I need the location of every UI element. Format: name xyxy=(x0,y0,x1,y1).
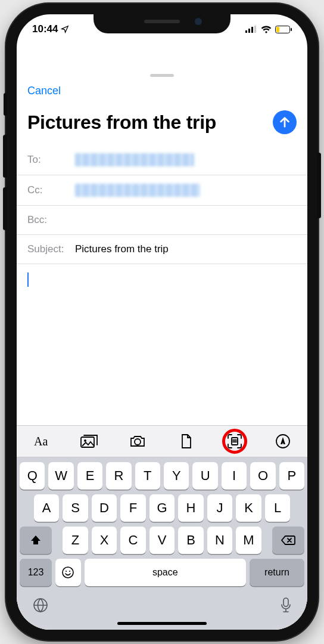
svg-rect-0 xyxy=(245,30,247,33)
to-label: To: xyxy=(27,154,75,166)
key-e[interactable]: E xyxy=(77,462,102,490)
subject-field[interactable]: Subject: xyxy=(17,235,307,264)
status-time: 10:44 xyxy=(32,23,58,35)
device-frame: 10:44 Cancel Pictures from the trip xyxy=(6,4,318,640)
volume-up-button xyxy=(3,135,7,178)
photo-library-button[interactable] xyxy=(65,434,113,448)
key-i[interactable]: I xyxy=(222,462,247,490)
globe-icon[interactable] xyxy=(32,597,49,614)
key-d[interactable]: D xyxy=(92,494,117,522)
svg-point-13 xyxy=(66,571,67,572)
key-q[interactable]: Q xyxy=(20,462,45,490)
key-r[interactable]: R xyxy=(106,462,131,490)
key-j[interactable]: J xyxy=(207,494,233,522)
svg-point-9 xyxy=(135,439,141,445)
sheet-grabber[interactable] xyxy=(150,74,174,77)
svg-point-8 xyxy=(84,439,86,442)
key-o[interactable]: O xyxy=(250,462,275,490)
key-g[interactable]: G xyxy=(149,494,175,522)
shift-icon xyxy=(30,534,42,546)
shift-key[interactable] xyxy=(20,527,52,554)
key-s[interactable]: S xyxy=(63,494,88,522)
cc-field[interactable]: Cc: xyxy=(17,175,307,206)
location-icon xyxy=(61,25,69,33)
mute-switch xyxy=(4,93,7,116)
camera-icon xyxy=(129,435,146,448)
key-p[interactable]: P xyxy=(279,462,304,490)
attach-file-button[interactable] xyxy=(162,434,210,449)
dictation-icon[interactable] xyxy=(280,597,292,614)
cellular-icon xyxy=(245,26,257,33)
camera-button[interactable] xyxy=(114,435,162,448)
key-x[interactable]: X xyxy=(92,527,117,554)
backspace-key[interactable] xyxy=(272,527,304,554)
key-n[interactable]: N xyxy=(207,527,233,554)
keyboard: Aa xyxy=(17,425,307,630)
keyboard-accessory-bar: Aa xyxy=(17,425,307,457)
arrow-up-icon xyxy=(278,116,291,129)
subject-label: Subject: xyxy=(27,243,75,255)
key-l[interactable]: L xyxy=(265,494,291,522)
emoji-key[interactable] xyxy=(55,559,81,586)
document-icon xyxy=(180,434,193,449)
battery-low-icon xyxy=(275,26,292,33)
key-z[interactable]: Z xyxy=(63,527,88,554)
scan-document-icon xyxy=(227,434,242,449)
markup-button[interactable] xyxy=(259,434,307,449)
svg-rect-16 xyxy=(284,598,288,606)
compose-sheet: Cancel Pictures from the trip To: Cc: Bc… xyxy=(17,69,307,630)
to-field[interactable]: To: xyxy=(17,145,307,175)
key-y[interactable]: Y xyxy=(164,462,189,490)
key-h[interactable]: H xyxy=(178,494,204,522)
svg-rect-5 xyxy=(276,27,279,32)
svg-rect-1 xyxy=(248,29,250,33)
device-notch xyxy=(94,14,230,33)
cancel-button[interactable]: Cancel xyxy=(27,85,61,97)
svg-rect-2 xyxy=(251,27,253,33)
wifi-icon xyxy=(261,26,272,33)
svg-point-12 xyxy=(63,567,73,578)
volume-down-button xyxy=(3,187,7,230)
power-button xyxy=(317,153,321,218)
emoji-icon xyxy=(61,566,74,579)
key-f[interactable]: F xyxy=(120,494,146,522)
key-u[interactable]: U xyxy=(192,462,217,490)
svg-rect-10 xyxy=(232,438,238,445)
compose-title: Pictures from the trip xyxy=(27,112,216,134)
numbers-key[interactable]: 123 xyxy=(20,559,52,586)
backspace-icon xyxy=(281,535,295,546)
key-a[interactable]: A xyxy=(34,494,60,522)
home-indicator[interactable] xyxy=(117,622,207,625)
send-button[interactable] xyxy=(273,110,297,134)
scan-document-button[interactable] xyxy=(210,434,258,449)
key-w[interactable]: W xyxy=(48,462,73,490)
to-value-redacted xyxy=(75,153,194,166)
svg-rect-3 xyxy=(254,26,256,33)
svg-rect-6 xyxy=(291,28,292,31)
key-v[interactable]: V xyxy=(149,527,175,554)
photo-library-icon xyxy=(80,434,98,448)
svg-point-14 xyxy=(69,571,70,572)
key-t[interactable]: T xyxy=(135,462,160,490)
key-k[interactable]: K xyxy=(236,494,261,522)
key-m[interactable]: M xyxy=(236,527,261,554)
bcc-field[interactable]: Bcc: xyxy=(17,206,307,235)
return-key[interactable]: return xyxy=(250,559,304,586)
markup-icon xyxy=(275,434,291,449)
key-b[interactable]: B xyxy=(178,527,204,554)
subject-input[interactable] xyxy=(75,243,297,255)
cc-value-redacted xyxy=(75,184,200,197)
key-c[interactable]: C xyxy=(120,527,146,554)
bcc-label: Bcc: xyxy=(27,214,75,226)
format-text-button[interactable]: Aa xyxy=(17,435,65,448)
cc-label: Cc: xyxy=(27,184,75,196)
text-cursor xyxy=(27,273,29,287)
message-body[interactable] xyxy=(17,264,307,425)
space-key[interactable]: space xyxy=(85,559,247,586)
